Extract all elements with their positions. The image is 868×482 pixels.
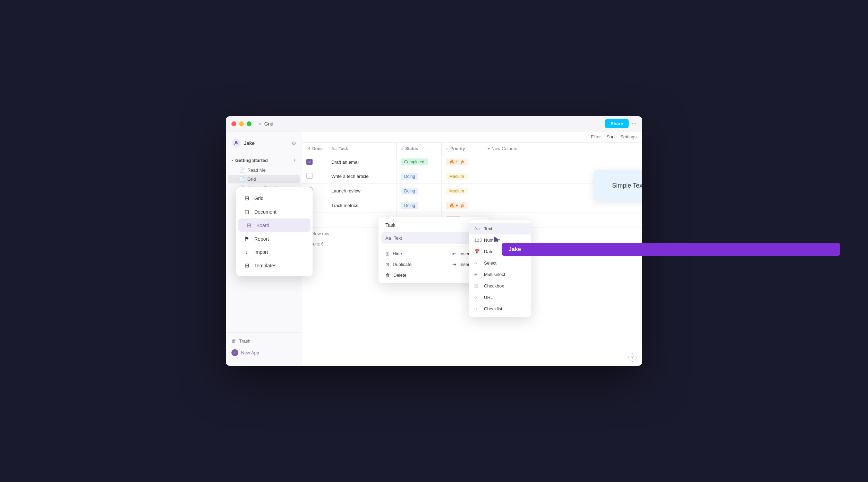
priority-cell[interactable]: 🔥 High	[442, 155, 483, 169]
field-type-date-label: Date	[484, 249, 493, 254]
status-badge-doing: Doing	[401, 202, 418, 209]
hide-label: Hide	[393, 251, 402, 256]
svg-point-1	[235, 141, 238, 144]
trash-icon: 🗑	[231, 338, 236, 344]
extra-cell	[483, 155, 642, 169]
field-type-checkbox[interactable]: ☑ Checkbox	[469, 280, 531, 292]
traffic-lights	[231, 121, 252, 126]
view-item-board[interactable]: ⊟ Board	[238, 218, 310, 232]
field-type-url[interactable]: ○ URL	[469, 292, 531, 303]
field-type-text-label: Text	[484, 226, 492, 231]
delete-label: Delete	[393, 273, 407, 278]
status-badge-doing: Doing	[401, 173, 418, 180]
status-col-icon: ○	[401, 146, 403, 151]
status-cell[interactable]: Doing	[397, 198, 442, 213]
field-type-select-label: Select	[484, 260, 496, 266]
field-type-multiselect[interactable]: ≡ Multiselect	[469, 269, 531, 280]
new-app-button[interactable]: + New App	[226, 346, 302, 359]
task-cell[interactable]: Write a tech article	[327, 169, 397, 184]
field-type-checkbox-label: Checkbox	[484, 283, 504, 289]
checkbox-unchecked[interactable]	[306, 173, 313, 179]
text-type-name: Text	[394, 235, 402, 241]
view-item-templates[interactable]: ⊞ Templates	[236, 259, 313, 272]
view-item-report-label: Report	[254, 236, 269, 242]
more-button[interactable]: ···	[631, 120, 637, 127]
collapse-icon[interactable]: «	[258, 121, 261, 127]
simple-text-label: Simple Text	[612, 182, 642, 189]
status-cell[interactable]: Completed	[397, 155, 442, 169]
view-item-document[interactable]: ◻ Document	[236, 205, 313, 218]
window-title: Grid	[264, 121, 273, 127]
board-view-icon: ⊟	[245, 222, 252, 229]
number-field-icon: 123	[474, 238, 480, 243]
task-cell[interactable]: Draft an email	[327, 155, 397, 169]
view-item-report[interactable]: ⚑ Report	[236, 232, 313, 246]
select-field-icon: ○	[474, 260, 480, 266]
delete-action[interactable]: 🗑 Delete	[381, 270, 416, 281]
priority-cell[interactable]: Medium	[442, 169, 483, 184]
minimize-button[interactable]	[239, 121, 244, 126]
sidebar-item-readme[interactable]: 📄 Read Me	[228, 166, 300, 174]
status-badge-doing: Doing	[401, 188, 418, 195]
status-badge-completed: Completed	[401, 158, 428, 165]
field-type-checklist[interactable]: ○ Checklist	[469, 303, 531, 315]
report-view-icon: ⚑	[243, 235, 250, 242]
col-done-label: Done	[312, 146, 323, 151]
views-popup-menu: ⊞ Grid ◻ Document ⊟ Board ⚑ Report ↓ Imp…	[236, 187, 313, 276]
hide-icon: ◎	[385, 251, 389, 256]
sidebar-item-label-grid: Grid	[247, 177, 256, 182]
share-button[interactable]: Share	[605, 119, 629, 128]
task-cell[interactable]: Launch review	[327, 184, 397, 198]
field-type-multiselect-label: Multiselect	[484, 272, 505, 277]
checklist-field-icon: ○	[474, 306, 480, 311]
import-view-icon: ↓	[243, 249, 250, 255]
checkbox-checked[interactable]: ✓	[306, 159, 313, 165]
jake-badge-label: Jake	[509, 246, 521, 252]
grid-view-icon: ⊞	[243, 195, 250, 201]
priority-cell[interactable]: Medium	[442, 184, 483, 198]
text-field-icon: Aa	[474, 226, 480, 231]
sidebar-bottom: 🗑 Trash + New App	[226, 332, 302, 362]
document-view-icon: ◻	[243, 208, 250, 215]
sidebar-item-trash[interactable]: 🗑 Trash	[226, 335, 302, 346]
done-cell[interactable]	[302, 169, 327, 184]
col-status: ○ Status	[397, 143, 442, 155]
field-type-menu: Aa Text 123 Number 📅 Date ○ Select ≡ Mul…	[469, 220, 531, 317]
settings-icon[interactable]: ⚙	[291, 140, 296, 147]
section-add-icon[interactable]: +	[293, 157, 296, 163]
help-button[interactable]: ?	[628, 353, 637, 362]
sidebar-item-grid[interactable]: 📄 Grid	[228, 175, 300, 183]
view-item-grid[interactable]: ⊞ Grid	[236, 191, 313, 205]
new-app-label: New App	[241, 350, 259, 355]
sidebar-section-header[interactable]: ▾ Getting Started +	[226, 155, 302, 165]
col-new-column[interactable]: + New Column	[483, 143, 642, 155]
col-status-label: Status	[405, 146, 418, 151]
settings-button[interactable]: Settings	[620, 134, 637, 139]
title-bar: « Grid Share ···	[226, 116, 642, 131]
status-cell[interactable]: Doing	[397, 184, 442, 198]
close-button[interactable]	[231, 121, 236, 126]
duplicate-action[interactable]: ⊡ Duplicate	[381, 259, 416, 270]
done-cell[interactable]: ✓	[302, 155, 327, 169]
table-row: Launch review Doing Medium	[302, 184, 642, 198]
field-type-select[interactable]: ○ Select	[469, 257, 531, 269]
col-task-label: Task	[339, 146, 348, 151]
priority-badge-medium: Medium	[446, 188, 468, 195]
maximize-button[interactable]	[247, 121, 252, 126]
hide-action[interactable]: ◎ Hide	[381, 248, 416, 259]
status-cell[interactable]: Doing	[397, 169, 442, 184]
new-column-button[interactable]: + New Column	[487, 146, 517, 151]
col-priority: ○ Priority	[442, 143, 483, 155]
view-item-document-label: Document	[254, 209, 276, 215]
jake-badge: Jake	[502, 243, 840, 256]
view-item-templates-label: Templates	[254, 263, 276, 268]
user-avatar-icon	[231, 138, 241, 148]
view-item-import[interactable]: ↓ Import	[236, 246, 313, 259]
priority-cell[interactable]: 🔥 High	[442, 198, 483, 213]
task-cell[interactable]: Track metrics	[327, 198, 397, 213]
priority-col-icon: ○	[446, 146, 448, 151]
filter-button[interactable]: Filter	[591, 134, 601, 139]
url-field-icon: ○	[474, 295, 480, 300]
field-type-text[interactable]: Aa Text	[469, 223, 531, 234]
sort-button[interactable]: Sort	[606, 134, 615, 139]
